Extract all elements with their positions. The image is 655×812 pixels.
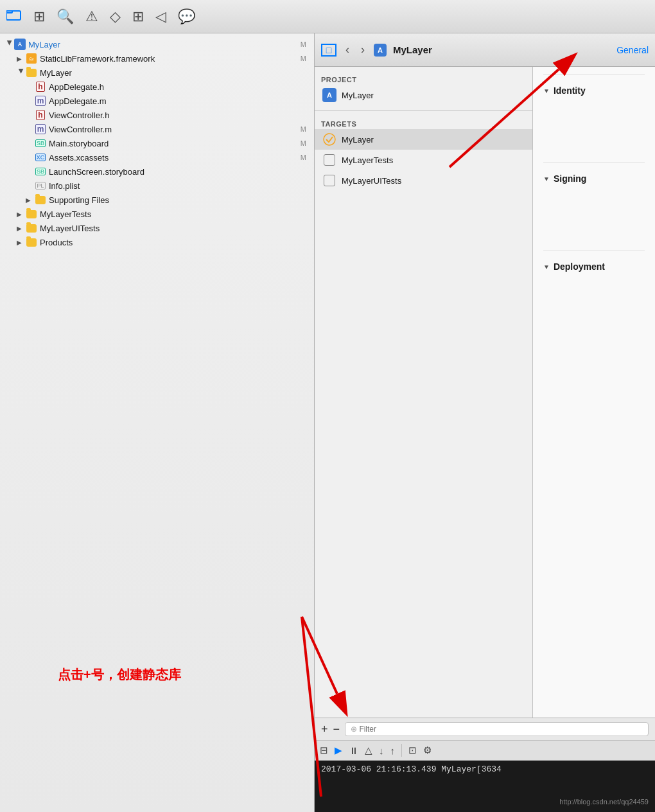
tree-supporting-files[interactable]: ▶ Supporting Files — [0, 193, 314, 207]
targets-section-label: TARGETS — [315, 116, 532, 129]
signing-label: Signing — [554, 173, 586, 184]
project-section-label: PROJECT — [315, 72, 532, 85]
warning-icon[interactable]: ⚠ — [85, 8, 98, 25]
tree-mylayer-folder[interactable]: ▶ MyLayer — [0, 66, 314, 80]
tree-arrow-supporting: ▶ — [26, 197, 35, 204]
signing-divider — [543, 251, 645, 251]
project-nav-project-item[interactable]: A MyLayer — [315, 85, 532, 105]
debug-btn-view[interactable]: ⊡ — [408, 745, 417, 756]
project-targets-divider — [315, 110, 532, 111]
file-tree: ▶ A MyLayer M ▶ 🗂 StaticLibFramework.fra… — [0, 33, 314, 812]
tree-launch-storyboard[interactable]: ▶ SB LaunchScreen.storyboard — [0, 164, 314, 179]
project-nav-project-icon: A — [322, 88, 336, 102]
project-nav-target-mylayer[interactable]: MyLayer — [315, 129, 532, 150]
xcassets-icon: XC — [35, 152, 46, 163]
folder-yellow-icon — [26, 67, 37, 78]
tree-infoplist-label: Info.plist — [49, 181, 80, 191]
tree-appdelegate-h[interactable]: ▶ h AppDelegate.h — [0, 80, 314, 94]
tree-viewcontroller-m[interactable]: ▶ m ViewController.m M — [0, 122, 314, 136]
search-icon[interactable]: 🔍 — [57, 8, 74, 25]
inspector-pane: ▼ Identity ▼ Signing ▼ Deployment — [533, 67, 655, 718]
debug-btn-play[interactable]: ▶ — [335, 745, 342, 756]
tree-viewcontroller-m-badge: M — [301, 125, 314, 133]
folder-uitests-icon — [26, 223, 37, 233]
tree-infoplist[interactable]: ▶ PL Info.plist — [0, 179, 314, 193]
project-nav-target-tests[interactable]: MyLayerTests — [315, 150, 532, 170]
main-layout: ▶ A MyLayer M ▶ 🗂 StaticLibFramework.fra… — [0, 33, 655, 812]
tree-mylayeruitests[interactable]: ▶ MyLayerUITests — [0, 221, 314, 235]
tree-arrow-mylayer: ▶ — [18, 68, 25, 77]
target-tests-icon — [322, 153, 336, 167]
folder-icon[interactable] — [6, 8, 22, 25]
project-icon: A — [14, 39, 26, 49]
general-tab[interactable]: General — [616, 45, 649, 55]
grid-icon[interactable]: ⊞ — [132, 8, 144, 25]
tree-mylayertests[interactable]: ▶ MyLayerTests — [0, 207, 314, 221]
folder-tests-icon — [26, 209, 37, 219]
add-button[interactable]: + — [321, 723, 328, 735]
tree-viewcontroller-h[interactable]: ▶ h ViewController.h — [0, 108, 314, 122]
target-mylayer-label: MyLayer — [342, 135, 374, 145]
signing-section-header: ▼ Signing — [543, 173, 645, 184]
tree-products[interactable]: ▶ Products — [0, 235, 314, 249]
debug-log-text: 2017-03-06 21:16:13.439 MyLayer[3634 — [321, 764, 502, 774]
project-nav-pane: PROJECT A MyLayer TARGETS — [315, 67, 533, 718]
tree-framework-badge: M — [301, 55, 314, 62]
tree-viewcontroller-m-label: ViewController.m — [49, 125, 112, 134]
tree-root-label: MyLayer — [28, 40, 60, 49]
debug-btn-step-into[interactable]: ↓ — [379, 745, 384, 756]
tree-appdelegate-h-label: AppDelegate.h — [49, 82, 104, 92]
target-mylayer-icon — [322, 132, 336, 146]
tag-icon[interactable]: ◁ — [155, 8, 166, 25]
filter-search-input[interactable] — [359, 725, 638, 734]
diamond-icon[interactable]: ◇ — [110, 8, 121, 25]
tree-main-storyboard[interactable]: ▶ SB Main.storyboard M — [0, 136, 314, 150]
hierarchy-icon[interactable]: ⊞ — [33, 8, 45, 25]
project-nav-project-label: MyLayer — [342, 91, 374, 100]
annotation-text: 点击+号，创建静态库 — [58, 667, 181, 682]
tree-assets[interactable]: ▶ XC Assets.xcassets M — [0, 150, 314, 164]
debug-btn-filter[interactable]: ⊟ — [320, 745, 328, 756]
right-topbar: □ ‹ › A MyLayer General — [315, 33, 655, 67]
tree-appdelegate-m-label: AppDelegate.m — [49, 96, 107, 106]
remove-button[interactable]: − — [333, 723, 340, 735]
svg-point-6 — [324, 134, 335, 145]
tree-framework-item[interactable]: ▶ 🗂 StaticLibFramework.framework M — [0, 51, 314, 66]
folder-products-icon — [26, 237, 37, 247]
deployment-section-header: ▼ Deployment — [543, 261, 645, 272]
tree-mylayer-label: MyLayer — [40, 68, 72, 78]
back-button[interactable]: ‹ — [343, 42, 352, 58]
identity-label: Identity — [554, 85, 586, 96]
debug-btn-settings[interactable]: ⚙ — [423, 745, 432, 756]
forward-button[interactable]: › — [358, 42, 367, 58]
plist-icon: PL — [35, 181, 46, 191]
tree-arrow-tests: ▶ — [17, 211, 26, 218]
m2-file-icon: m — [35, 124, 46, 134]
tree-arrow-root: ▶ — [6, 40, 13, 49]
debug-btn-step-over[interactable]: △ — [365, 745, 372, 756]
folder-supporting-icon — [35, 195, 46, 205]
debug-btn-step-out[interactable]: ↑ — [390, 745, 396, 756]
identity-divider — [543, 163, 645, 163]
debug-btn-pause[interactable]: ⏸ — [349, 745, 358, 756]
tree-mylayeruitests-label: MyLayerUITests — [40, 224, 100, 233]
tree-appdelegate-m[interactable]: ▶ m AppDelegate.m — [0, 94, 314, 108]
tree-root-item[interactable]: ▶ A MyLayer M — [0, 37, 314, 51]
target-tests-label: MyLayerTests — [342, 155, 393, 165]
m-file-icon: m — [35, 96, 46, 106]
identity-content — [543, 101, 645, 152]
tree-assets-label: Assets.xcassets — [49, 153, 109, 163]
target-uitests-icon — [322, 173, 336, 188]
inspector-toggle-icon[interactable]: □ — [321, 44, 336, 57]
tree-launch-storyboard-label: LaunchScreen.storyboard — [49, 167, 144, 177]
annotation-container: 点击+号，创建静态库 — [58, 666, 181, 684]
inspector-top-divider — [543, 75, 645, 75]
tree-main-storyboard-badge: M — [301, 139, 314, 147]
storyboard-icon: SB — [35, 138, 46, 148]
comment-icon[interactable]: 💬 — [178, 8, 195, 25]
tree-framework-label: StaticLibFramework.framework — [40, 54, 155, 64]
tree-assets-badge: M — [301, 154, 314, 161]
main-toolbar: ⊞ 🔍 ⚠ ◇ ⊞ ◁ 💬 — [0, 0, 655, 33]
project-nav-target-uitests[interactable]: MyLayerUITests — [315, 170, 532, 191]
signing-content — [543, 189, 645, 240]
